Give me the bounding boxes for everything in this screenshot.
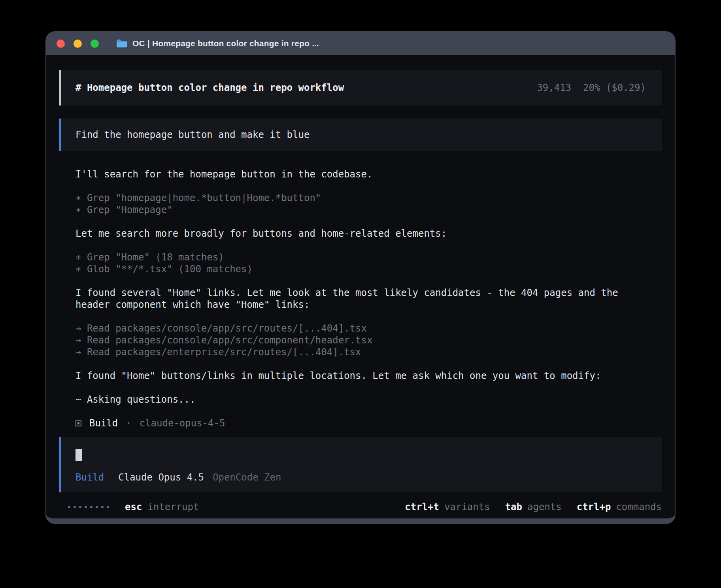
status-bar-right: ctrl+t variants tab agents ctrl+p comman… xyxy=(405,501,662,513)
tool-call-read: → Read packages/console/app/src/componen… xyxy=(75,334,646,346)
tool-call-grep: ∗ Grep "homepage|home.*button|Home.*butt… xyxy=(75,192,646,204)
tool-call-glob: ∗ Glob "**/*.tsx" (100 matches) xyxy=(75,263,646,275)
status-bar-left: esc interrupt xyxy=(68,501,199,513)
hint-agents-label: agents xyxy=(527,501,562,513)
session-header: # Homepage button color change in repo w… xyxy=(59,70,662,106)
hint-agents-key: tab xyxy=(505,501,522,513)
status-bar: esc interrupt ctrl+t variants tab agents… xyxy=(59,501,662,513)
agent-mode-label: Build xyxy=(89,417,118,429)
text-cursor xyxy=(75,449,82,461)
terminal-window: OC | Homepage button color change in rep… xyxy=(45,31,676,524)
tool-call-grep: ∗ Grep "Homepage" xyxy=(75,204,646,216)
minimize-button[interactable] xyxy=(74,40,82,48)
assistant-message-line: I found several "Home" links. Let me loo… xyxy=(75,287,646,311)
titlebar[interactable]: OC | Homepage button color change in rep… xyxy=(46,32,675,55)
blank-line xyxy=(75,180,646,192)
provider-name: OpenCode Zen xyxy=(213,472,281,483)
hint-variants-label: variants xyxy=(444,501,490,513)
title-group: OC | Homepage button color change in rep… xyxy=(116,39,319,48)
assistant-message-line: I'll search for the homepage button in t… xyxy=(75,168,646,180)
spinner-dots-icon xyxy=(68,506,109,508)
hint-variants: ctrl+t variants xyxy=(405,501,490,513)
folder-icon xyxy=(116,39,127,48)
blank-line xyxy=(75,405,646,417)
session-stats: 39,413 20% ($0.29) xyxy=(537,82,646,93)
mode-label: Build xyxy=(75,472,104,483)
assistant-message-line: Let me search more broadly for buttons a… xyxy=(75,228,646,239)
agent-status-row: Build · claude-opus-4-5 xyxy=(75,417,646,429)
esc-key-hint: esc xyxy=(125,501,142,513)
hint-commands-key: ctrl+p xyxy=(577,501,611,513)
context-usage: 20% ($0.29) xyxy=(583,82,646,93)
status-line-asking: ~ Asking questions... xyxy=(75,394,646,405)
user-message: Find the homepage button and make it blu… xyxy=(59,119,662,151)
zoom-button[interactable] xyxy=(91,40,99,48)
blank-line xyxy=(75,239,646,251)
terminal-content: # Homepage button color change in repo w… xyxy=(46,55,675,513)
blank-line xyxy=(75,358,646,370)
model-name: Claude Opus 4.5 xyxy=(118,472,204,483)
hint-variants-key: ctrl+t xyxy=(405,501,439,513)
blank-line xyxy=(75,311,646,322)
prompt-input-area[interactable]: Build Claude Opus 4.5 OpenCode Zen xyxy=(59,437,662,492)
traffic-lights xyxy=(57,40,99,48)
window-title: OC | Homepage button color change in rep… xyxy=(132,39,319,48)
session-title: # Homepage button color change in repo w… xyxy=(75,82,344,93)
model-status-row: Build Claude Opus 4.5 OpenCode Zen xyxy=(75,472,647,483)
blank-line xyxy=(75,216,646,228)
assistant-message-line: I found "Home" buttons/links in multiple… xyxy=(75,370,646,382)
token-count: 39,413 xyxy=(537,82,571,93)
tool-call-read: → Read packages/enterprise/src/routes/[.… xyxy=(75,346,646,358)
esc-key-label: interrupt xyxy=(147,501,199,513)
conversation: I'll search for the homepage button in t… xyxy=(59,168,662,429)
agent-separator: · xyxy=(126,417,131,429)
tool-call-read: → Read packages/console/app/src/routes/[… xyxy=(75,322,646,334)
blank-line xyxy=(75,382,646,394)
hint-commands: ctrl+p commands xyxy=(577,501,662,513)
user-message-text: Find the homepage button and make it blu… xyxy=(75,129,310,140)
hint-commands-label: commands xyxy=(616,501,662,513)
blank-line xyxy=(75,275,646,287)
close-button[interactable] xyxy=(57,40,65,48)
hint-agents: tab agents xyxy=(505,501,562,513)
tool-call-grep: ∗ Grep "Home" (18 matches) xyxy=(75,251,646,263)
agent-model-name: claude-opus-4-5 xyxy=(140,417,225,429)
agent-icon xyxy=(75,420,81,426)
